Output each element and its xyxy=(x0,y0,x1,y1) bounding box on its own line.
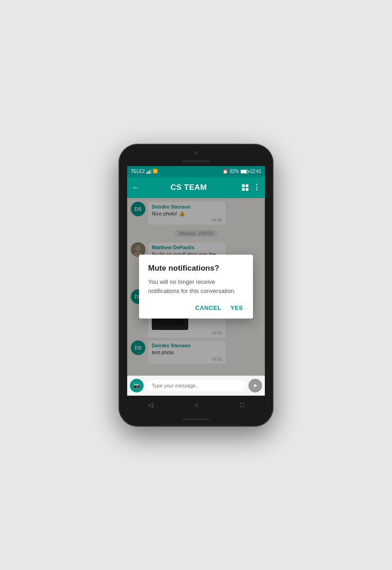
dialog-overlay: Mute notifications? You will no longer r… xyxy=(127,198,265,376)
cancel-button[interactable]: CANCEL xyxy=(194,303,222,313)
confirm-button[interactable]: YES xyxy=(229,303,244,313)
bottom-bar xyxy=(182,418,210,420)
camera-dot xyxy=(194,151,198,155)
status-right: ⏰ 92% 12:41 xyxy=(222,169,261,174)
status-bar: TELE2 📶 ⏰ 92% 12:41 xyxy=(127,166,265,177)
status-left: TELE2 📶 xyxy=(131,169,158,174)
speaker-grille xyxy=(182,160,210,162)
home-nav-button[interactable]: ○ xyxy=(195,401,198,408)
app-bar-title: CS TEAM xyxy=(144,183,233,192)
signal-bars xyxy=(146,169,151,174)
dialog-message: You will no longer receive notifications… xyxy=(148,277,244,295)
back-nav-button[interactable]: ◁ xyxy=(148,401,153,408)
phone-screen: TELE2 📶 ⏰ 92% 12:41 ← CS TEAM xyxy=(127,166,265,414)
time-label: 12:41 xyxy=(250,169,261,174)
battery-icon xyxy=(241,170,248,173)
input-bar: 📷 ➤ xyxy=(127,376,265,396)
dialog-buttons: CANCEL YES xyxy=(148,303,244,313)
app-bar: ← CS TEAM ⋮ xyxy=(127,177,265,198)
back-button[interactable]: ← xyxy=(132,183,140,192)
camera-button[interactable]: 📷 xyxy=(130,379,144,392)
recent-nav-button[interactable]: □ xyxy=(240,401,244,408)
send-button[interactable]: ➤ xyxy=(248,379,262,392)
dialog-title: Mute notifications? xyxy=(148,264,244,273)
message-input[interactable] xyxy=(146,380,246,391)
phone-bottom xyxy=(182,414,210,427)
battery-percent: 92% xyxy=(230,169,239,174)
grid-icon[interactable] xyxy=(242,184,248,191)
carrier-label: TELE2 xyxy=(131,169,145,174)
alarm-icon: ⏰ xyxy=(222,169,228,174)
wifi-icon: 📶 xyxy=(153,169,158,173)
phone-top xyxy=(119,144,273,166)
nav-bar: ◁ ○ □ xyxy=(127,396,265,414)
phone-device: TELE2 📶 ⏰ 92% 12:41 ← CS TEAM xyxy=(119,144,273,427)
mute-dialog: Mute notifications? You will no longer r… xyxy=(139,255,253,319)
chat-area: DS Deirdre Stenson Nice photo! 👍 14:35 M… xyxy=(127,198,265,376)
more-options-icon[interactable]: ⋮ xyxy=(253,183,260,192)
app-bar-icons: ⋮ xyxy=(242,183,260,192)
